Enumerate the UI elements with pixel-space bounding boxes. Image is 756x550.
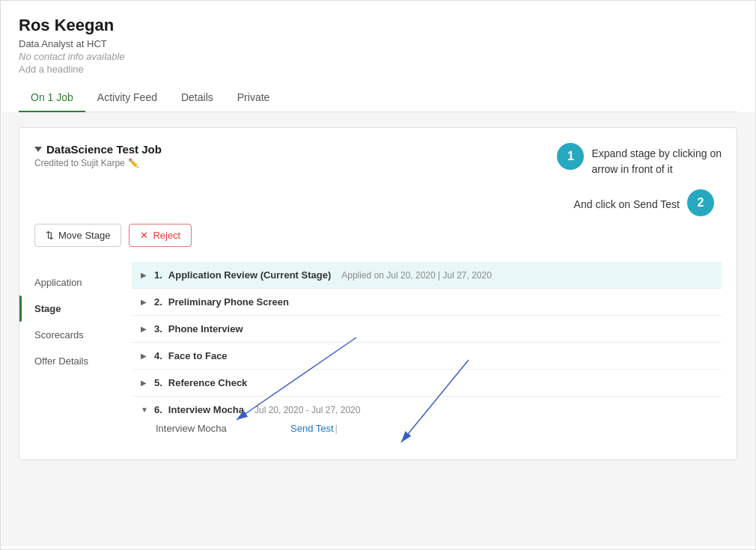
credited-to: Credited to Sujit Karpe ✏️	[34, 158, 545, 168]
stage-arrow-3[interactable]: ▶	[141, 325, 148, 333]
reject-icon: ✕	[140, 230, 148, 241]
stage-arrow-1[interactable]: ▶	[141, 271, 148, 279]
stage-item-2: ▶ 2. Preliminary Phone Screen	[132, 288, 722, 315]
job-card: DataScience Test Job Credited to Sujit K…	[19, 127, 737, 460]
profile-no-contact: No contact info available	[19, 51, 737, 62]
profile-role: Data Analyst at HCT	[19, 38, 737, 49]
action-buttons: ⇅ Move Stage ✕ Reject	[34, 224, 722, 247]
profile-header: Ros Keegan Data Analyst at HCT No contac…	[1, 1, 755, 112]
interview-mocha-label: Interview Mocha	[156, 423, 290, 434]
stage-date-1: Applied on Jul 20, 2020 | Jul 27, 2020	[341, 270, 492, 281]
stage-name-6: Interview Mocha	[168, 404, 244, 415]
annotation-2-text: And click on Send Test	[34, 194, 680, 213]
profile-headline[interactable]: Add a headline	[19, 64, 737, 75]
tab-details[interactable]: Details	[169, 84, 225, 112]
job-title: DataScience Test Job	[34, 143, 545, 156]
left-nav: Application Stage Scorecards Offer Detai…	[34, 262, 132, 444]
profile-name: Ros Keegan	[19, 16, 737, 35]
annotation-2-group: And click on Send Test 2	[34, 189, 722, 216]
reject-button[interactable]: ✕ Reject	[129, 224, 192, 247]
stage-arrow-2[interactable]: ▶	[141, 298, 148, 306]
move-stage-button[interactable]: ⇅ Move Stage	[34, 224, 121, 247]
tab-private[interactable]: Private	[225, 84, 282, 112]
left-nav-offer-details[interactable]: Offer Details	[34, 348, 132, 374]
annotation-1-text: Expand stage by clicking on arrow in fro…	[591, 143, 722, 177]
left-nav-stage[interactable]: Stage	[34, 296, 132, 322]
move-stage-icon: ⇅	[46, 230, 54, 241]
stage-item-3: ▶ 3. Phone Interview	[132, 315, 722, 342]
main-content: DataScience Test Job Credited to Sujit K…	[1, 112, 755, 546]
stage-name-3: Phone Interview	[168, 323, 243, 334]
stage-name-4: Face to Face	[168, 350, 228, 361]
pipe-separator: |	[335, 423, 338, 434]
annotation-badge-1: 1	[557, 143, 584, 170]
send-test-link[interactable]: Send Test	[290, 423, 334, 434]
stage-arrow-6[interactable]: ▼	[141, 406, 148, 414]
left-nav-scorecards[interactable]: Scorecards	[34, 322, 132, 348]
stages-list: ▶ 1. Application Review (Current Stage) …	[132, 262, 722, 444]
annotation-1-group: 1 Expand stage by clicking on arrow in f…	[557, 143, 722, 177]
stage-item-1: ▶ 1. Application Review (Current Stage) …	[132, 262, 722, 288]
stage-name-2: Preliminary Phone Screen	[168, 296, 289, 308]
job-title-section: DataScience Test Job Credited to Sujit K…	[34, 143, 545, 168]
left-nav-application[interactable]: Application	[34, 269, 132, 296]
stage-name-5: Reference Check	[168, 377, 248, 388]
tab-on-1-job[interactable]: On 1 Job	[19, 84, 85, 112]
stage-date-6: Jul 20, 2020 - Jul 27, 2020	[254, 405, 360, 415]
expand-job-icon[interactable]	[34, 147, 42, 152]
stage-item-4: ▶ 4. Face to Face	[132, 342, 722, 369]
stage-arrow-5[interactable]: ▶	[141, 379, 148, 387]
stage-item-6: ▼ 6. Interview Mocha Jul 20, 2020 - Jul …	[132, 396, 722, 444]
tab-activity-feed[interactable]: Activity Feed	[85, 84, 169, 112]
stage-arrow-4[interactable]: ▶	[141, 352, 148, 360]
annotation-badge-2: 2	[687, 189, 714, 216]
stage-item-5: ▶ 5. Reference Check	[132, 369, 722, 396]
page-wrapper: Ros Keegan Data Analyst at HCT No contac…	[0, 0, 756, 550]
stage-6-sub-row: Interview Mocha Send Test |	[141, 415, 713, 437]
job-header: DataScience Test Job Credited to Sujit K…	[34, 143, 722, 177]
tabs: On 1 Job Activity Feed Details Private	[19, 84, 737, 112]
edit-credited-icon[interactable]: ✏️	[128, 158, 139, 168]
two-col-layout: Application Stage Scorecards Offer Detai…	[34, 262, 722, 444]
stage-name-1: Application Review (Current Stage)	[168, 269, 331, 281]
